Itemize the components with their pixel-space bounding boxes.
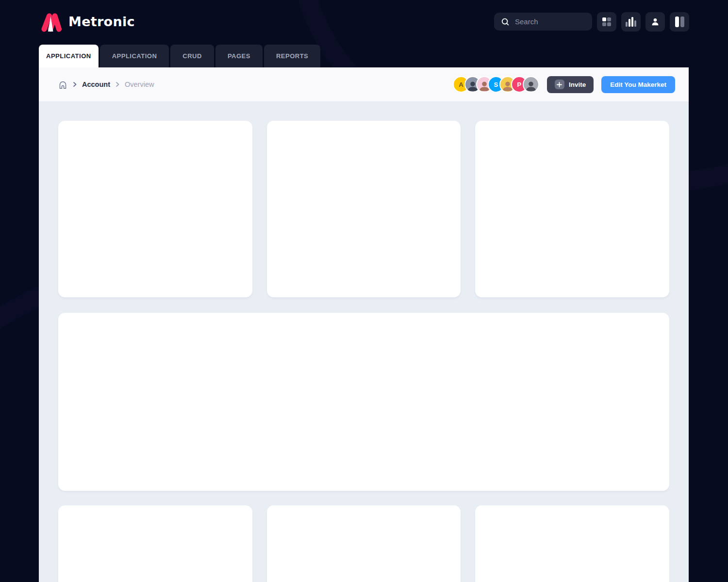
tab-crud[interactable]: CRUD (170, 45, 214, 67)
avatar-initial: A (459, 81, 463, 88)
tab-reports[interactable]: REPORTS (264, 45, 320, 67)
user-photo-icon (525, 80, 537, 92)
tab-application-active[interactable]: APPLICATION (39, 45, 99, 67)
plus-icon (555, 80, 564, 89)
avatar-group: A S P (453, 76, 539, 93)
home-icon[interactable] (58, 80, 67, 89)
chart-button[interactable] (621, 12, 641, 32)
card (267, 505, 461, 582)
invite-label: Invite (569, 81, 586, 88)
brand-logo[interactable]: Metronic (39, 11, 135, 32)
avatar[interactable] (523, 76, 539, 93)
toolbar-actions: A S P (453, 76, 675, 93)
apps-grid-icon (602, 17, 611, 26)
breadcrumb-item-account[interactable]: Account (82, 81, 110, 88)
chevron-right-icon (72, 81, 78, 87)
tab-application[interactable]: APPLICATION (100, 45, 169, 67)
header-actions (597, 12, 689, 32)
page-toolbar: Account Overview A S (39, 67, 689, 101)
chevron-right-icon (115, 81, 120, 87)
card (58, 121, 252, 297)
invite-button[interactable]: Invite (547, 76, 594, 93)
brand-name: Metronic (68, 14, 135, 29)
card (267, 121, 461, 297)
breadcrumb: Account Overview (58, 80, 154, 89)
avatar-initial: S (494, 81, 498, 88)
search-input[interactable] (515, 17, 585, 26)
columns-layout-icon (675, 16, 684, 27)
tab-pages[interactable]: PAGES (215, 45, 263, 67)
avatar-initial: P (517, 81, 522, 88)
cards-row-top (58, 121, 669, 297)
bar-chart-icon (626, 17, 636, 27)
global-search[interactable] (494, 13, 592, 31)
search-icon (501, 17, 510, 26)
card (475, 505, 669, 582)
edit-makerket-button[interactable]: Edit You Makerket (601, 76, 675, 93)
card-wide (58, 313, 669, 491)
metronic-logo-icon (39, 11, 62, 32)
cards-area (39, 101, 689, 582)
card (475, 121, 669, 297)
main-tabs: APPLICATION APPLICATION CRUD PAGES REPOR… (39, 45, 320, 67)
content-panel: Account Overview A S (39, 67, 689, 582)
card (58, 505, 252, 582)
profile-button[interactable] (645, 12, 665, 32)
user-icon (650, 16, 661, 27)
apps-launcher-button[interactable] (597, 12, 616, 32)
layout-button[interactable] (670, 12, 689, 32)
cards-row-bottom (58, 505, 669, 582)
breadcrumb-item-overview: Overview (125, 81, 154, 88)
